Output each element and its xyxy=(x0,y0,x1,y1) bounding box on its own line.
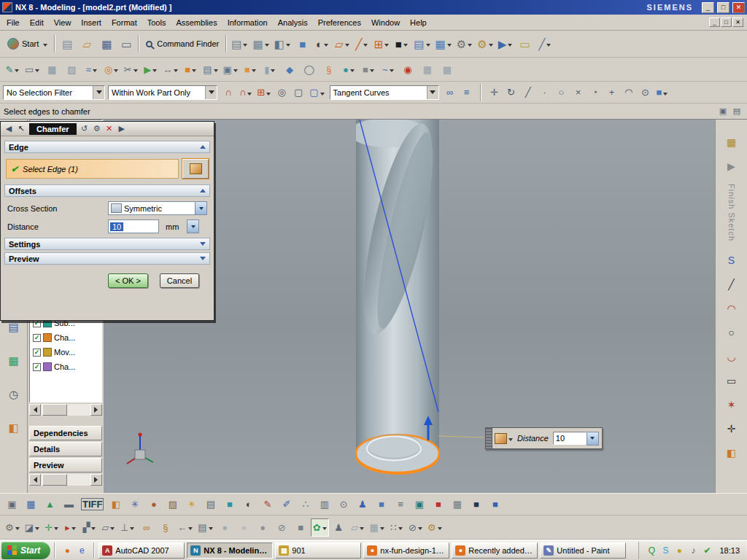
sheet-body-icon-dropdown[interactable] xyxy=(214,69,218,74)
render-style-icon[interactable]: ◐ xyxy=(313,34,332,53)
freeform-surface-icon[interactable]: ~ xyxy=(379,60,398,79)
dimension-icon-dropdown[interactable] xyxy=(174,69,178,74)
paste-icon-dropdown[interactable] xyxy=(243,44,247,49)
panel-icon[interactable]: ▥ xyxy=(315,495,333,513)
back-arrow-icon-dropdown[interactable] xyxy=(188,527,193,532)
user-view-icon[interactable]: ♟ xyxy=(353,495,371,513)
spline-icon[interactable]: ≈ xyxy=(82,60,101,79)
display-mode-icon-dropdown[interactable] xyxy=(403,44,408,49)
chamfer-dialog[interactable]: ◀↖ Chamfer ↺⚙✕▶ Edge ✔ Select Edge (1) xyxy=(0,121,214,321)
menu-analysis[interactable]: Analysis xyxy=(273,16,313,29)
point-target-icon[interactable]: ◉ xyxy=(398,60,417,79)
render-style-icon-dropdown[interactable] xyxy=(324,44,328,49)
add-view-icon-dropdown[interactable] xyxy=(54,527,58,532)
boss-icon-dropdown[interactable] xyxy=(252,69,256,74)
dots-icon-dropdown[interactable] xyxy=(398,527,403,532)
ray-trace-icon[interactable]: ◐ xyxy=(239,495,258,513)
gray-block-icon-dropdown[interactable] xyxy=(370,69,374,74)
view-gear-icon[interactable]: ⚙ xyxy=(3,518,22,537)
existing-point-icon[interactable]: + xyxy=(604,85,620,101)
scroll-left-button[interactable] xyxy=(29,474,41,486)
hatch-icon[interactable]: ▨ xyxy=(62,60,81,79)
orient-view-icon-dropdown[interactable] xyxy=(286,44,290,49)
scrollbar-track[interactable] xyxy=(41,474,90,486)
panel-horizontal-scrollbar[interactable] xyxy=(29,474,102,486)
marquee-select-icon-dropdown[interactable] xyxy=(320,93,325,98)
spray-icon[interactable]: ∴ xyxy=(296,495,314,513)
layers-icon[interactable]: ≡ xyxy=(391,495,409,513)
measure-icon[interactable]: ▭ xyxy=(516,34,535,53)
finish-sketch-flag-icon[interactable]: ▶ xyxy=(721,157,742,176)
ink-pen-icon[interactable]: ✐ xyxy=(277,495,295,513)
menu-insert[interactable]: Insert xyxy=(76,16,107,29)
floating-distance-toolbar[interactable]: Distance 10 xyxy=(485,427,603,449)
chain-link-icon[interactable]: ∞ xyxy=(137,518,155,537)
red-block-icon[interactable]: ■ xyxy=(429,495,447,513)
floating-distance-spinner[interactable] xyxy=(587,432,599,446)
tiff-export-icon[interactable]: TIFF xyxy=(79,495,106,513)
pick-box-icon[interactable]: ▢ xyxy=(290,85,306,101)
analysis-slope-icon[interactable]: ╱ xyxy=(535,34,554,53)
scene-icon[interactable]: ▤ xyxy=(201,495,220,513)
movie-icon[interactable]: ▬ xyxy=(60,495,78,513)
note-icon-dropdown[interactable] xyxy=(209,527,213,532)
dialog-back-icon[interactable]: ◀ xyxy=(3,123,15,135)
datum-csys-icon-dropdown[interactable] xyxy=(384,44,389,49)
tree-horizontal-scrollbar[interactable] xyxy=(29,404,102,416)
point-icon[interactable]: ✛ xyxy=(721,419,742,438)
sketch-in-task-icon[interactable]: ▦ xyxy=(721,133,742,152)
cue-dock-icon[interactable]: ▣ xyxy=(716,105,729,118)
tray-volume-icon[interactable]: ♪ xyxy=(686,544,700,557)
navigate-icon[interactable]: ▶ xyxy=(496,34,515,53)
display-cube-icon-dropdown[interactable] xyxy=(35,527,39,532)
sphere-icon[interactable]: ● xyxy=(339,60,358,79)
save-icon[interactable]: ▦ xyxy=(97,34,116,53)
block-icon[interactable]: ■ xyxy=(181,60,200,79)
center-point-icon[interactable]: ○ xyxy=(554,85,570,101)
curve-rule-dropdown-icon[interactable] xyxy=(427,86,438,99)
dialog-selection-cursor-icon[interactable]: ↖ xyxy=(15,123,27,135)
snap-grid-icon[interactable]: ⊞ xyxy=(255,85,273,101)
magnet-icon[interactable]: ∩ xyxy=(220,85,236,101)
dimension-icon[interactable]: ↔ xyxy=(160,60,180,79)
spline-icon-dropdown[interactable] xyxy=(93,69,97,74)
select-edge-field[interactable]: ✔ Select Edge (1) xyxy=(6,159,179,179)
intersection-point-icon[interactable]: × xyxy=(570,85,587,101)
machining-gear-icon[interactable]: ⚙ xyxy=(454,34,474,53)
none-icon[interactable]: ⊘ xyxy=(406,518,425,537)
new-file-icon[interactable]: ▤ xyxy=(58,34,77,53)
marquee-select-icon[interactable]: ▢ xyxy=(307,85,326,101)
datum-plane-icon[interactable]: ▱ xyxy=(333,34,352,53)
menu-file[interactable]: File xyxy=(1,16,25,29)
chamfer-option-button[interactable] xyxy=(492,433,515,444)
dialog-gear-icon[interactable]: ⚙ xyxy=(91,123,103,135)
task-button[interactable]: AAutoCAD 2007 xyxy=(98,542,185,559)
pattern-icon-dropdown[interactable] xyxy=(91,527,96,532)
menu-window[interactable]: Window xyxy=(366,16,405,29)
open-file-icon[interactable]: ▱ xyxy=(77,34,96,53)
preview-group-header[interactable]: Preview xyxy=(4,252,210,265)
snap-cube-icon[interactable]: ■ xyxy=(654,85,670,101)
feature-tree-row[interactable]: ✓Cha... xyxy=(30,359,101,374)
datum-axis-icon-dropdown[interactable] xyxy=(363,44,368,49)
trim-icon-dropdown[interactable] xyxy=(133,69,138,74)
sheet-body-icon[interactable]: ▤ xyxy=(201,60,220,79)
curve-rule-combo[interactable]: Tangent Curves xyxy=(330,85,439,100)
blue-cube-icon[interactable]: ■ xyxy=(486,495,504,513)
machining-gear-icon-dropdown[interactable] xyxy=(468,44,472,49)
trim-icon[interactable]: ✂ xyxy=(121,60,140,79)
start-menu-button[interactable]: Start xyxy=(3,36,52,51)
distance-input[interactable]: 10 xyxy=(108,219,159,233)
menu-format[interactable]: Format xyxy=(107,16,142,29)
settings-expand-icon[interactable] xyxy=(200,242,206,249)
no-snap-icon[interactable]: ⊘ xyxy=(273,518,291,537)
table-icon[interactable]: ▦ xyxy=(433,34,454,53)
cylinder-icon-dropdown[interactable] xyxy=(271,69,275,74)
close-button[interactable]: ✕ xyxy=(732,2,745,13)
scrollbar-thumb[interactable] xyxy=(42,474,67,486)
window-icon[interactable]: ▣ xyxy=(221,60,240,79)
teal-cube-icon[interactable]: ▣ xyxy=(410,495,428,513)
ellipse-icon[interactable]: ◯ xyxy=(300,60,319,79)
curve-chain-icon[interactable]: ∞ xyxy=(442,85,458,101)
perpendicular-icon[interactable]: ⊥ xyxy=(118,518,136,537)
